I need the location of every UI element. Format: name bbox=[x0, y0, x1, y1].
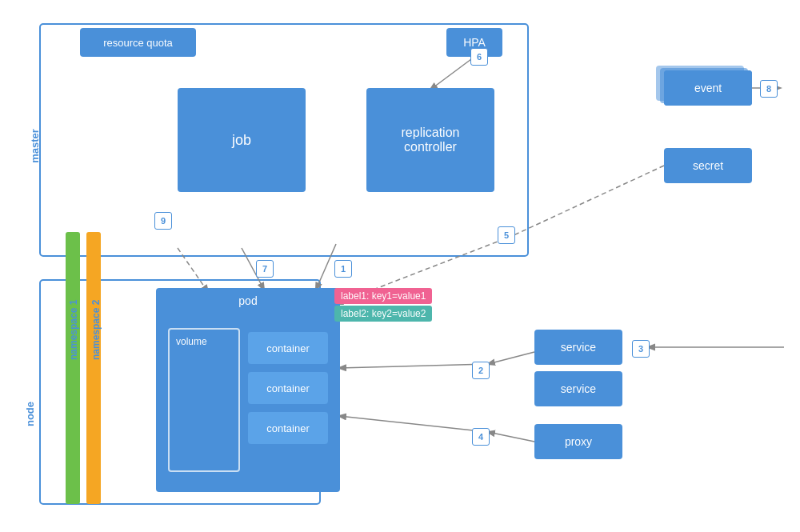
label2-tag: label2: key2=value2 bbox=[334, 306, 432, 322]
container3-box: container bbox=[248, 412, 328, 444]
badge-8: 8 bbox=[760, 80, 778, 98]
container1-box: container bbox=[248, 332, 328, 364]
badge-3: 3 bbox=[632, 340, 650, 358]
badge-6: 6 bbox=[470, 48, 488, 66]
svg-line-6 bbox=[316, 244, 336, 290]
svg-line-8 bbox=[512, 166, 664, 236]
diagram: resource quota HPA job replication contr… bbox=[0, 0, 800, 532]
svg-line-7 bbox=[430, 57, 474, 90]
volume-label: volume bbox=[176, 336, 207, 347]
master-label: master bbox=[29, 129, 41, 163]
label1-tag: label1: key1=value1 bbox=[334, 288, 432, 304]
badge-7: 7 bbox=[256, 260, 274, 278]
service2-box: service bbox=[534, 371, 622, 406]
proxy-box: proxy bbox=[534, 424, 622, 459]
volume-box: volume bbox=[168, 328, 240, 472]
node-label: node bbox=[24, 402, 36, 426]
service1-box: service bbox=[534, 330, 622, 365]
badge-5: 5 bbox=[498, 226, 515, 244]
job-box: job bbox=[178, 88, 306, 192]
svg-line-4 bbox=[178, 248, 208, 292]
svg-line-10 bbox=[488, 352, 534, 364]
badge-2: 2 bbox=[472, 362, 490, 379]
secret-box: secret bbox=[664, 148, 752, 183]
svg-rect-2 bbox=[66, 232, 80, 504]
resource-quota-box: resource quota bbox=[80, 28, 196, 57]
namespace2-label: namespace 2 bbox=[90, 300, 102, 360]
container2-box: container bbox=[248, 372, 328, 404]
svg-line-13 bbox=[488, 432, 534, 442]
namespace1-label: namespace 1 bbox=[68, 300, 79, 360]
svg-line-11 bbox=[339, 364, 488, 368]
pod-label: pod bbox=[238, 294, 257, 307]
event-box: event bbox=[664, 70, 752, 106]
badge-9: 9 bbox=[154, 212, 172, 230]
replication-controller-box: replication controller bbox=[366, 88, 494, 192]
svg-rect-3 bbox=[86, 232, 101, 504]
badge-1: 1 bbox=[334, 260, 352, 278]
svg-line-14 bbox=[339, 416, 488, 432]
badge-4: 4 bbox=[472, 428, 490, 446]
